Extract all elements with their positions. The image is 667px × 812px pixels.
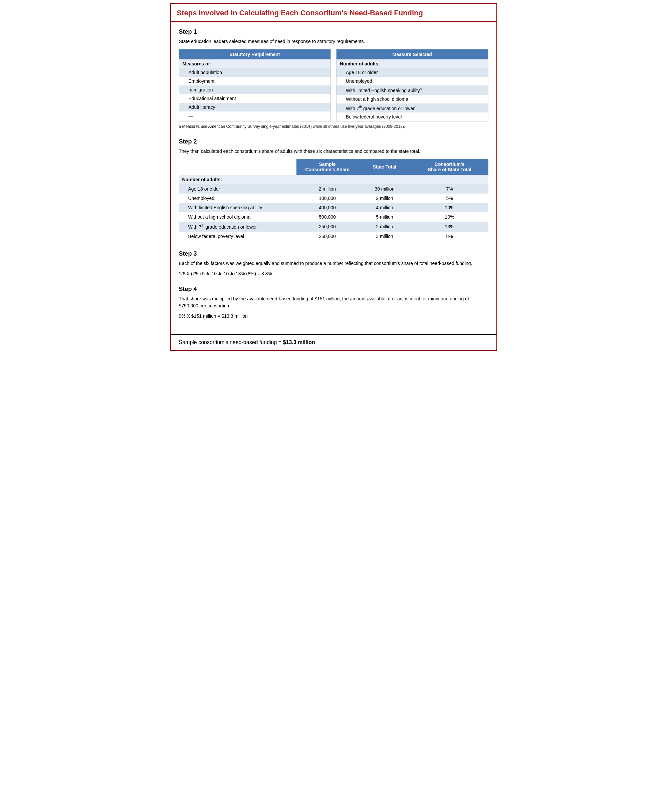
table-row: — <box>179 111 331 120</box>
table-row: Below federal poverty level <box>337 113 488 121</box>
table-row: With limited English speaking abilitya <box>337 85 488 95</box>
step1-left-table: Statutory Requirement Measures of: Adult… <box>179 49 331 121</box>
step1-left-header: Statutory Requirement <box>179 50 331 60</box>
step1-section: Step 1 State education leaders selected … <box>179 28 488 129</box>
step1-tables: Statutory Requirement Measures of: Adult… <box>179 49 488 121</box>
step4-title: Step 4 <box>179 286 488 293</box>
table-row: Unemployed <box>337 77 488 85</box>
table-row: Immigration <box>179 85 331 94</box>
step3-description: Each of the six factors was weighted equ… <box>179 260 488 267</box>
page-header: Steps Involved in Calculating Each Conso… <box>171 4 496 22</box>
page-wrapper: Steps Involved in Calculating Each Conso… <box>170 3 497 351</box>
step2-description: They then calculated each consortium's s… <box>179 148 488 155</box>
table-row: Adult literacy <box>179 103 331 111</box>
table-row: Age 18 or older 2 million 30 million 7% <box>179 184 488 194</box>
step2-section: Step 2 They then calculated each consort… <box>179 138 488 241</box>
step3-formula: 1/6 X (7%+5%+10%+10%+13%+8%) = 8.8% <box>179 271 488 276</box>
table-row: Unemployed 100,000 2 million 5% <box>179 194 488 203</box>
step2-title: Step 2 <box>179 138 488 145</box>
step1-title: Step 1 <box>179 28 488 35</box>
step3-title: Step 3 <box>179 250 488 257</box>
step1-footnote: a Measures use American Community Survey… <box>179 124 488 129</box>
footer-text: Sample consortium's need-based funding = <box>179 340 283 345</box>
step4-section: Step 4 That share was multiplied by the … <box>179 286 488 319</box>
footer-bar: Sample consortium's need-based funding =… <box>171 334 496 350</box>
table-row: With 7th grade education or lowera <box>337 103 488 113</box>
empty-header <box>179 159 297 175</box>
step1-description: State education leaders selected measure… <box>179 38 488 45</box>
table-row: Below federal poverty level 250,000 3 mi… <box>179 232 488 241</box>
col-header-state: State Total <box>358 159 411 175</box>
step1-right-table: Measure Selected Number of adults: Age 1… <box>336 49 488 121</box>
table-row: Number of adults: <box>179 175 488 184</box>
table-row: Without a high school diploma <box>337 95 488 103</box>
step4-description: That share was multiplied by the availab… <box>179 295 488 309</box>
col-header-sample: SampleConsortium's Share <box>297 159 358 175</box>
table-row: Educational attainment <box>179 94 331 103</box>
step4-formula: 9% X $151 million = $13.3 million <box>179 313 488 319</box>
table-row: With limited English speaking ability 40… <box>179 203 488 212</box>
step3-section: Step 3 Each of the six factors was weigh… <box>179 250 488 276</box>
page-content: Step 1 State education leaders selected … <box>171 22 496 334</box>
page-title: Steps Involved in Calculating Each Conso… <box>177 9 490 17</box>
table-row: With 7th grade education or lower 250,00… <box>179 222 488 232</box>
step1-right-header: Measure Selected <box>337 50 488 60</box>
table-row: Age 18 or older <box>337 68 488 77</box>
table-row: Number of adults: <box>337 60 488 68</box>
table-row: Adult population <box>179 68 331 77</box>
step2-table: SampleConsortium's Share State Total Con… <box>179 159 488 241</box>
col-header-consortium-share: Consortium'sShare of State Total <box>411 159 488 175</box>
table-row: Measures of: <box>179 60 331 68</box>
table-row: Without a high school diploma 500,000 5 … <box>179 212 488 222</box>
footer-bold: $13.3 million <box>283 340 315 345</box>
table-row: Employment <box>179 77 331 85</box>
